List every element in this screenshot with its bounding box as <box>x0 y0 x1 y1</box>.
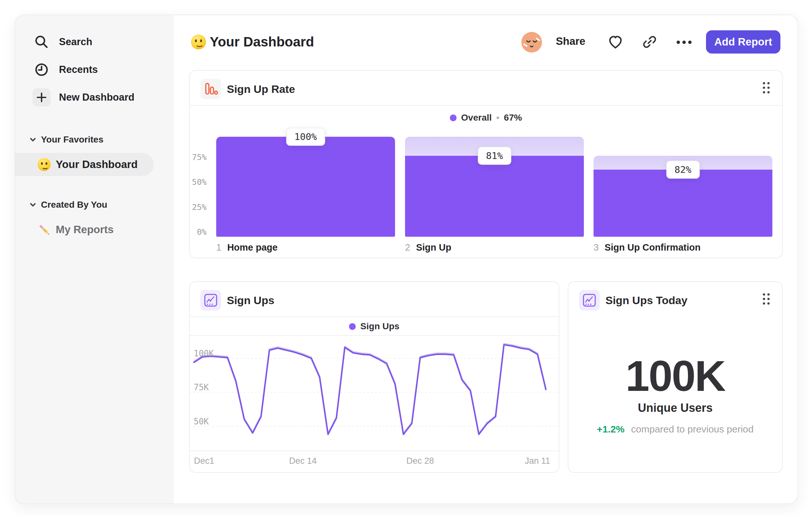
unique-users-value: 100K <box>569 351 782 401</box>
funnel-bar-home-page[interactable]: 100% <box>216 137 395 237</box>
x-axis-tick: Dec 28 <box>406 456 434 466</box>
sidebar: Search Recents New Dashboard Your Favori… <box>15 15 173 504</box>
funnel-tooltip: 81% <box>477 147 511 165</box>
legend-separator: • <box>496 113 499 123</box>
favorite-heart-icon[interactable] <box>607 34 624 50</box>
legend-label: Overall <box>461 113 492 123</box>
x-axis-tick: Jan 11 <box>525 456 550 466</box>
unique-users-label: Unique Users <box>569 401 782 415</box>
step-number: 1 <box>216 242 221 253</box>
funnel-bar-sign-up[interactable]: 81% <box>405 137 584 237</box>
plus-icon <box>33 88 51 106</box>
funnel-legend[interactable]: Overall • 67% <box>190 113 782 123</box>
previous-period-line <box>194 344 546 433</box>
screen: Search Recents New Dashboard Your Favori… <box>0 0 812 516</box>
step-number: 3 <box>593 242 599 253</box>
legend-value: 67% <box>504 113 522 123</box>
chevron-down-icon <box>29 201 36 208</box>
x-axis-tick: Dec1 <box>194 456 214 466</box>
signups-line-card: Sign Ups Sign Ups 100K 75K 50K Dec1 Dec … <box>189 281 559 473</box>
y-axis-tick: 50K <box>194 417 209 426</box>
funnel-bar-solid <box>593 170 772 237</box>
divider <box>190 105 782 106</box>
drag-handle-icon[interactable] <box>762 293 771 305</box>
pencil-emoji <box>38 223 51 236</box>
slightly-smiling-face-emoji <box>38 158 51 171</box>
y-axis-tick: 100K <box>194 349 214 358</box>
step-name: Home page <box>227 242 278 253</box>
line-chart-icon <box>200 290 221 310</box>
more-options-icon[interactable] <box>676 40 692 44</box>
x-axis-line <box>190 451 559 451</box>
step-name: Sign Up <box>416 242 452 253</box>
step-name: Sign Up Confirmation <box>605 242 700 253</box>
card-title: Sign Ups Today <box>605 290 687 310</box>
dashboard-title-emoji <box>191 34 206 49</box>
funnel-tooltip: 100% <box>286 128 325 146</box>
page-title: Your Dashboard <box>210 32 314 52</box>
legend-dot <box>349 323 356 330</box>
card-title: Sign Ups <box>227 290 274 310</box>
delta-description: compared to previous period <box>631 424 754 434</box>
legend-dot <box>450 114 457 121</box>
signups-line-plot[interactable] <box>190 338 559 451</box>
copy-link-icon[interactable] <box>642 34 657 49</box>
sidebar-item-label: New Dashboard <box>59 91 134 103</box>
funnel-bar-ghost <box>216 137 395 237</box>
delta-row: +1.2% compared to previous period <box>569 424 782 435</box>
section-title: Created By You <box>41 200 107 210</box>
divider <box>190 316 559 317</box>
app-window: Search Recents New Dashboard Your Favori… <box>14 15 798 504</box>
funnel-step-label: 3 Sign Up Confirmation <box>593 241 700 254</box>
legend-label: Sign Ups <box>360 321 399 331</box>
signup-rate-card: Sign Up Rate Overall • 67% 0% 25% 50% 75… <box>189 70 783 258</box>
y-axis-tick: 75% <box>190 153 207 162</box>
search-icon <box>33 33 51 51</box>
step-number: 2 <box>405 242 410 253</box>
y-axis-tick: 75K <box>194 382 209 392</box>
sidebar-item-new-dashboard[interactable]: New Dashboard <box>33 88 134 106</box>
y-axis-tick: 0% <box>190 227 207 237</box>
sidebar-section-created-by-you[interactable]: Created By You <box>29 198 107 211</box>
sidebar-item-label: Your Dashboard <box>56 158 138 171</box>
divider <box>190 335 559 336</box>
y-axis-tick: 50% <box>190 178 207 187</box>
funnel-plot: 0% 25% 50% 75% 100% 81% 82% <box>190 137 782 237</box>
chevron-down-icon <box>29 136 36 143</box>
sidebar-item-label: My Reports <box>56 223 114 236</box>
share-button[interactable]: Share <box>556 35 585 47</box>
clock-icon <box>33 61 51 79</box>
funnel-step-label: 2 Sign Up <box>405 241 452 254</box>
sidebar-item-label: Search <box>59 36 92 48</box>
funnel-tooltip: 82% <box>666 161 700 179</box>
sidebar-item-recents[interactable]: Recents <box>33 61 98 79</box>
card-title: Sign Up Rate <box>227 79 295 99</box>
add-report-button[interactable]: Add Report <box>706 30 780 54</box>
funnel-bar-solid <box>405 156 584 237</box>
funnel-bar-sign-up-confirmation[interactable]: 82% <box>593 137 772 237</box>
sidebar-section-your-favorites[interactable]: Your Favorites <box>29 133 104 146</box>
funnel-chart-icon <box>200 79 221 99</box>
sidebar-item-your-dashboard-active[interactable]: Your Dashboard <box>15 153 154 176</box>
funnel-bar-solid <box>216 137 395 237</box>
signups-today-card: Sign Ups Today 100K Unique Users +1.2% c… <box>568 281 783 473</box>
drag-handle-icon[interactable] <box>762 82 771 94</box>
sidebar-item-label: Recents <box>59 64 98 76</box>
delta-value: +1.2% <box>597 424 625 434</box>
avatar[interactable] <box>521 32 542 53</box>
line-chart-icon <box>579 290 600 310</box>
section-title: Your Favorites <box>41 134 104 145</box>
sidebar-item-my-reports[interactable]: My Reports <box>15 219 114 240</box>
signups-series-line <box>194 345 546 434</box>
line-legend[interactable]: Sign Ups <box>190 321 559 331</box>
x-axis-tick: Dec 14 <box>289 456 317 466</box>
funnel-step-label: 1 Home page <box>216 241 278 254</box>
y-axis-tick: 25% <box>190 202 207 212</box>
sidebar-item-search[interactable]: Search <box>33 33 92 51</box>
